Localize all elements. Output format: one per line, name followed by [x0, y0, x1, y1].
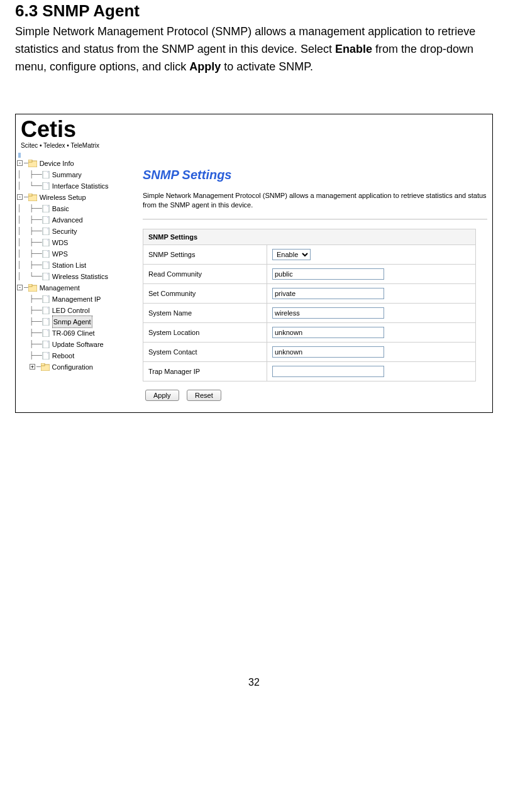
- row-value: [267, 304, 476, 323]
- table-row: Read Community: [143, 265, 476, 284]
- nav-item-wds[interactable]: │ ├──WDS: [17, 237, 138, 248]
- read-community-input[interactable]: [272, 268, 384, 280]
- svg-rect-14: [28, 284, 32, 287]
- row-value: [267, 343, 476, 362]
- nav-label: Wireless Setup: [40, 192, 86, 203]
- nav-item-device-info[interactable]: - ─ Device Info: [17, 158, 138, 169]
- file-icon: [42, 171, 50, 178]
- folder-icon: [28, 160, 37, 167]
- file-icon: [42, 250, 50, 258]
- row-value: [267, 323, 476, 343]
- file-icon: [42, 352, 50, 359]
- section-heading: 6.3 SNMP Agent: [15, 1, 493, 21]
- nav-label: Basic: [52, 203, 69, 214]
- nav-label: Device Info: [40, 158, 74, 169]
- table-row: SNMP Settings Enable: [143, 245, 476, 265]
- nav-item-reboot[interactable]: ├──Reboot: [17, 350, 138, 361]
- file-icon: [42, 182, 50, 190]
- scrollbar-stub: [18, 153, 21, 158]
- row-label: SNMP Settings: [143, 245, 267, 265]
- nav-label: Interface Statistics: [52, 180, 109, 192]
- collapse-icon[interactable]: -: [17, 285, 23, 290]
- nav-label-selected: Snmp Agent: [52, 315, 92, 328]
- collapse-icon[interactable]: -: [17, 160, 23, 166]
- file-icon: [42, 261, 50, 269]
- row-value: [267, 265, 476, 284]
- table-row: System Name: [143, 304, 476, 323]
- screenshot-frame: Cetis Scitec • Teledex • TeleMatrix - ─ …: [15, 114, 493, 414]
- table-row: Set Community: [143, 284, 476, 304]
- table-row: System Contact: [143, 343, 476, 362]
- nav-item-wireless-setup[interactable]: - ─ Wireless Setup: [17, 192, 138, 203]
- nav-item-update-software[interactable]: ├──Update Software: [17, 339, 138, 350]
- system-location-input[interactable]: [272, 327, 384, 338]
- set-community-input[interactable]: [272, 288, 384, 299]
- nav-item-snmp-agent[interactable]: ├──Snmp Agent: [17, 316, 138, 327]
- table-header: SNMP Settings: [143, 229, 476, 245]
- nav-item-configuration[interactable]: +─ Configuration: [17, 361, 138, 373]
- apply-button[interactable]: Apply: [145, 390, 179, 401]
- nav-item-station-list[interactable]: │ ├──Station List: [17, 260, 138, 271]
- system-contact-input[interactable]: [272, 346, 384, 358]
- file-icon: [42, 318, 50, 326]
- nav-label: Wireless Statistics: [52, 271, 108, 282]
- row-value: [267, 284, 476, 304]
- trap-manager-input[interactable]: [272, 366, 384, 377]
- reset-button[interactable]: Reset: [187, 390, 221, 401]
- nav-label: Security: [52, 226, 77, 237]
- nav-item-wps[interactable]: │ ├──WPS: [17, 248, 138, 260]
- snmp-settings-select[interactable]: Enable: [272, 249, 311, 260]
- para-bold-enable: Enable: [335, 43, 372, 55]
- nav-label: TR-069 Clinet: [52, 327, 95, 339]
- file-icon: [42, 307, 50, 314]
- logo-sub: Scitec • Teledex • TeleMatrix: [21, 142, 487, 149]
- para-text: to activate SNMP.: [221, 60, 313, 73]
- svg-rect-1: [28, 160, 32, 162]
- nav-label: Reboot: [52, 350, 74, 361]
- row-label: System Name: [143, 304, 267, 323]
- svg-rect-22: [41, 363, 45, 366]
- nav-item-wireless-statistics[interactable]: │ └──Wireless Statistics: [17, 271, 138, 282]
- file-icon: [42, 228, 50, 235]
- folder-icon: [41, 363, 50, 371]
- nav-label: Station List: [52, 260, 86, 271]
- row-value: Enable: [267, 245, 476, 265]
- nav-item-tr069[interactable]: ├──TR-069 Clinet: [17, 327, 138, 339]
- para-bold-apply: Apply: [189, 60, 221, 73]
- nav-tree: - ─ Device Info │ ├── Summary │ └── Inte…: [16, 150, 138, 379]
- file-icon: [42, 341, 50, 348]
- expand-icon[interactable]: +: [30, 364, 35, 370]
- row-value: [267, 362, 476, 381]
- nav-label: WDS: [52, 237, 69, 248]
- folder-icon: [28, 284, 37, 292]
- row-label: Read Community: [143, 265, 267, 284]
- nav-item-management-ip[interactable]: ├──Management IP: [17, 294, 138, 305]
- settings-table: SNMP Settings SNMP Settings Enable Read …: [143, 229, 476, 381]
- nav-item-summary[interactable]: │ ├── Summary: [17, 169, 138, 180]
- nav-item-interface-statistics[interactable]: │ └── Interface Statistics: [17, 180, 138, 192]
- nav-label: Update Software: [52, 339, 104, 350]
- file-icon: [42, 216, 50, 224]
- system-name-input[interactable]: [272, 307, 384, 319]
- nav-label: Management: [40, 282, 80, 294]
- nav-label: Configuration: [52, 361, 93, 373]
- divider: [143, 219, 487, 220]
- row-label: Set Community: [143, 284, 267, 304]
- nav-item-management[interactable]: - ─ Management: [17, 282, 138, 294]
- logo-main: Cetis: [21, 118, 487, 141]
- page-number: 32: [15, 413, 493, 688]
- nav-item-basic[interactable]: │ ├──Basic: [17, 203, 138, 214]
- collapse-icon[interactable]: -: [17, 194, 23, 200]
- nav-label: Summary: [52, 169, 82, 180]
- content-description: Simple Network Management Protocol (SNMP…: [143, 191, 487, 217]
- nav-label: LED Control: [52, 305, 90, 316]
- file-icon: [42, 329, 50, 337]
- file-icon: [42, 295, 50, 303]
- row-label: System Location: [143, 323, 267, 343]
- section-paragraph: Simple Network Management Protocol (SNMP…: [15, 23, 493, 76]
- nav-item-advanced[interactable]: │ ├──Advanced: [17, 214, 138, 226]
- nav-item-led-control[interactable]: ├──LED Control: [17, 305, 138, 316]
- content-area: SNMP Settings Simple Network Management …: [138, 150, 492, 413]
- nav-item-security[interactable]: │ ├──Security: [17, 226, 138, 237]
- file-icon: [42, 239, 50, 246]
